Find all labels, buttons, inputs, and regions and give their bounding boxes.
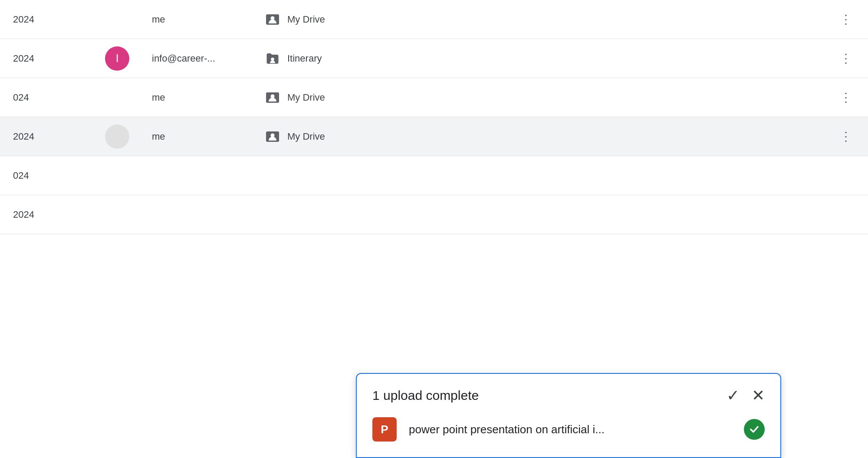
shared-folder-icon bbox=[265, 51, 280, 66]
more-options-button[interactable]: ⋮ bbox=[840, 13, 853, 26]
upload-success-icon bbox=[744, 419, 765, 440]
location-text: My Drive bbox=[287, 131, 325, 142]
more-options-cell[interactable]: ⋮ bbox=[829, 52, 864, 65]
upload-item: P power point presentation on artificial… bbox=[372, 417, 765, 442]
owner-cell: me bbox=[143, 131, 265, 142]
location-text: My Drive bbox=[287, 14, 325, 25]
upload-filename: power point presentation on artificial i… bbox=[409, 423, 732, 436]
avatar: I bbox=[105, 46, 129, 71]
location-cell: My Drive bbox=[265, 129, 829, 144]
table-row: 2024 me My Drive ⋮ bbox=[0, 0, 868, 39]
location-text: My Drive bbox=[287, 92, 325, 103]
more-options-cell[interactable]: ⋮ bbox=[829, 13, 864, 26]
upload-header: 1 upload complete ✓ ✕ bbox=[372, 388, 765, 403]
avatar bbox=[105, 124, 129, 149]
location-cell: My Drive bbox=[265, 90, 829, 105]
date-cell: 024 bbox=[4, 92, 91, 103]
location-cell: Itinerary bbox=[265, 51, 829, 66]
upload-panel: 1 upload complete ✓ ✕ P power point pres… bbox=[356, 373, 781, 458]
powerpoint-icon: P bbox=[372, 417, 397, 442]
date-cell: 2024 bbox=[4, 131, 91, 142]
date-cell: 2024 bbox=[4, 209, 91, 220]
close-button[interactable]: ✕ bbox=[752, 388, 765, 403]
table-row: 2024 me My Drive ⋮ bbox=[0, 117, 868, 156]
avatar-cell: I bbox=[91, 46, 143, 71]
upload-title: 1 upload complete bbox=[372, 388, 479, 403]
my-drive-icon bbox=[265, 129, 280, 144]
owner-cell: info@career-... bbox=[143, 53, 265, 64]
upload-controls: ✓ ✕ bbox=[727, 388, 765, 403]
more-options-button[interactable]: ⋮ bbox=[840, 52, 853, 65]
avatar-cell bbox=[91, 124, 143, 149]
more-options-cell[interactable]: ⋮ bbox=[829, 92, 864, 104]
location-text: Itinerary bbox=[287, 53, 322, 64]
owner-cell: me bbox=[143, 92, 265, 103]
my-drive-icon bbox=[265, 12, 280, 27]
file-list: 2024 me My Drive ⋮ 2024 I info@c bbox=[0, 0, 868, 234]
date-cell: 2024 bbox=[4, 14, 91, 25]
owner-cell: me bbox=[143, 14, 265, 25]
more-options-cell[interactable]: ⋮ bbox=[829, 131, 864, 143]
more-options-button[interactable]: ⋮ bbox=[840, 131, 853, 143]
table-row: 2024 bbox=[0, 195, 868, 234]
date-cell: 2024 bbox=[4, 53, 91, 64]
date-cell: 024 bbox=[4, 170, 91, 181]
location-cell: My Drive bbox=[265, 12, 829, 27]
table-row: 024 bbox=[0, 156, 868, 195]
my-drive-icon bbox=[265, 90, 280, 105]
table-row: 2024 I info@career-... Itinerary ⋮ bbox=[0, 39, 868, 78]
more-options-button[interactable]: ⋮ bbox=[840, 92, 853, 104]
collapse-button[interactable]: ✓ bbox=[727, 388, 740, 403]
table-row: 024 me My Drive ⋮ bbox=[0, 78, 868, 117]
svg-point-2 bbox=[271, 57, 274, 61]
